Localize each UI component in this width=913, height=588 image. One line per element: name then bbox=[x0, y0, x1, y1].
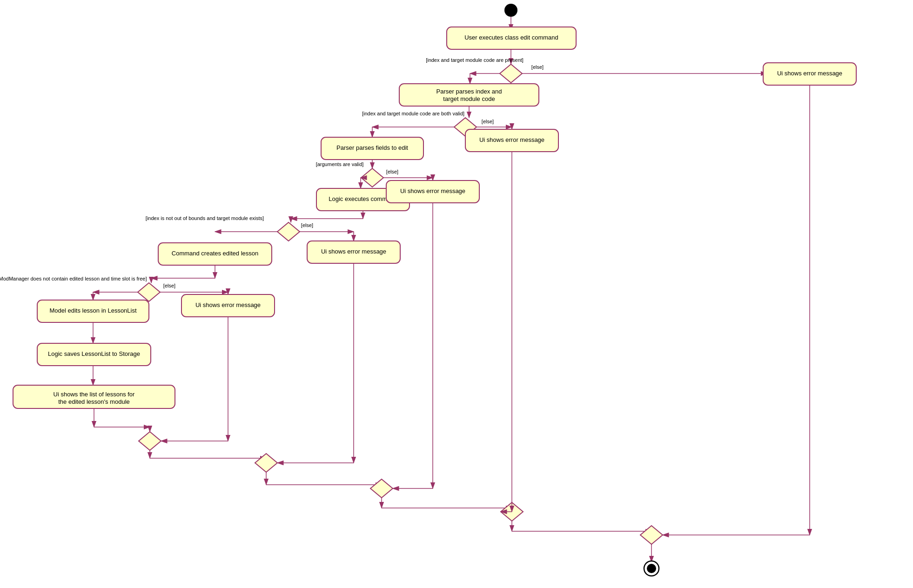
activity-diagram: User executes class edit command [index … bbox=[0, 0, 913, 588]
cond-d2-true: [index and target module code are both v… bbox=[362, 111, 464, 116]
cond-d4-true: [index is not out of bounds and target m… bbox=[146, 215, 264, 221]
diamond-d1 bbox=[500, 64, 522, 83]
node-cmd-creates-text: Command creates edited lesson bbox=[172, 250, 258, 257]
node-ui-error3-text: Ui shows error message bbox=[400, 187, 465, 194]
node-ui-shows-text1: Ui shows the list of lessons for bbox=[54, 391, 135, 398]
end-inner bbox=[647, 564, 656, 573]
cond-d4-else: [else] bbox=[301, 222, 313, 228]
node-ui-error4-text: Ui shows error message bbox=[321, 248, 386, 255]
cond-d3-else: [else] bbox=[386, 169, 398, 174]
diamond-d5 bbox=[138, 283, 160, 301]
cond-d5-else: [else] bbox=[163, 283, 175, 288]
node-ui-error1-text: Ui shows error message bbox=[777, 70, 842, 77]
node-ui-error2-text: Ui shows error message bbox=[479, 136, 544, 143]
cond-d2-else: [else] bbox=[482, 119, 494, 124]
cond-d5-true: [ModManager does not contain edited less… bbox=[0, 276, 147, 281]
node-ui-shows-text2: the edited lesson's module bbox=[58, 398, 130, 405]
diamond-d7 bbox=[255, 454, 277, 472]
diamond-d8 bbox=[370, 479, 393, 498]
diagram-container: User executes class edit command [index … bbox=[0, 0, 913, 588]
node-logic-saves-text: Logic saves LessonList to Storage bbox=[48, 350, 140, 357]
cond-d3-true: [arguments are valid] bbox=[316, 161, 364, 167]
node-ui-error5-text: Ui shows error message bbox=[195, 301, 261, 308]
cond-d1-else: [else] bbox=[531, 64, 544, 70]
diamond-d3 bbox=[361, 168, 383, 187]
diamond-d10 bbox=[640, 526, 663, 544]
diamond-d4 bbox=[277, 222, 300, 241]
node-parser-index-text2: target module code bbox=[443, 95, 495, 102]
start-node bbox=[504, 4, 517, 17]
node-parser-fields-text: Parser parses fields to edit bbox=[336, 144, 408, 151]
diamond-d6 bbox=[139, 432, 161, 450]
node-user-exec-text: User executes class edit command bbox=[464, 34, 558, 41]
cond-d1-true: [index and target module code are presen… bbox=[426, 57, 524, 63]
node-parser-index-text1: Parser parses index and bbox=[436, 88, 502, 95]
node-model-edits-text: Model edits lesson in LessonList bbox=[49, 307, 137, 314]
